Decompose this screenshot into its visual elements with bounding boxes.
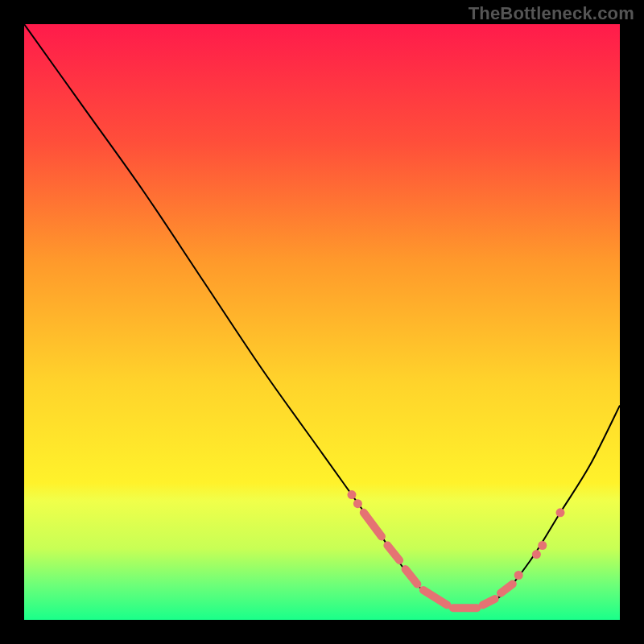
marker-dash [483, 599, 495, 605]
chart-frame: TheBottleneck.com [0, 0, 644, 644]
marker-dot [556, 508, 565, 517]
gradient-background [24, 24, 620, 620]
plot-area [24, 24, 620, 620]
marker-dot [514, 571, 523, 580]
marker-dot [538, 541, 547, 550]
watermark-text: TheBottleneck.com [469, 3, 634, 24]
marker-dot [353, 499, 362, 508]
chart-svg [24, 24, 620, 620]
marker-dot [348, 490, 357, 499]
marker-dot [532, 550, 541, 559]
